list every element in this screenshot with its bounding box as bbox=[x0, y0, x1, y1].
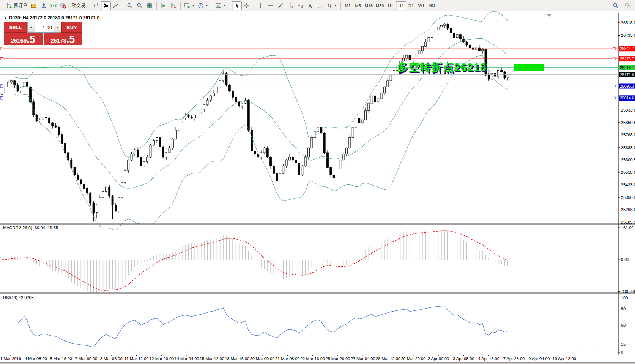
equidistant-channel-button[interactable]: E bbox=[285, 1, 295, 10]
svg-text:26171.0: 26171.0 bbox=[620, 72, 634, 77]
text-label-icon: T bbox=[317, 3, 323, 9]
chat-icon bbox=[625, 3, 631, 9]
tab-timeframe-mn[interactable]: MN bbox=[427, 1, 437, 10]
horizontal-lines[interactable] bbox=[0, 47, 618, 99]
svg-text:15 Mar 12:00: 15 Mar 12:00 bbox=[200, 356, 224, 361]
svg-text:0: 0 bbox=[621, 350, 623, 355]
templates-button[interactable]: ▼ bbox=[214, 1, 228, 10]
tile-windows-icon bbox=[147, 3, 153, 9]
line-chart-button[interactable] bbox=[111, 1, 121, 10]
svg-text:7 Apr 23:00: 7 Apr 23:00 bbox=[503, 356, 525, 361]
crosshair-icon bbox=[244, 3, 250, 9]
svg-text:15: 15 bbox=[621, 342, 626, 347]
trendline-icon bbox=[277, 3, 284, 9]
chart-canvas[interactable]: 26518.026433.025933.025850.525768.025683… bbox=[0, 11, 635, 364]
svg-text:8 Mar 08:00: 8 Mar 08:00 bbox=[100, 356, 123, 361]
rsi-axis: 1008050150 bbox=[618, 296, 628, 355]
chevron-down-icon: ▼ bbox=[192, 4, 195, 7]
cursor-icon bbox=[234, 3, 240, 9]
svg-text:26518.0: 26518.0 bbox=[621, 20, 635, 25]
horizontal-line-button[interactable] bbox=[266, 1, 276, 10]
collapse-arrow-icon[interactable]: ▲ bbox=[4, 16, 7, 20]
status-bar bbox=[0, 362, 635, 364]
macd-axis: 161.090.00-160.44 bbox=[618, 225, 635, 294]
auto-trading-button[interactable]: 自动交易 bbox=[58, 1, 87, 10]
search-button[interactable] bbox=[611, 1, 621, 10]
zoom-in-icon bbox=[127, 3, 133, 9]
tab-timeframe-h4[interactable]: H4 bbox=[396, 1, 406, 10]
svg-text:29 Mar 20:00: 29 Mar 20:00 bbox=[401, 356, 425, 361]
chart-title: ▲ DJ30-,H4 26172.0 26180.0 26171.0 26171… bbox=[4, 15, 99, 20]
text-label-button[interactable]: T bbox=[315, 1, 325, 10]
profile-button[interactable] bbox=[39, 1, 49, 10]
cursor-button[interactable] bbox=[232, 1, 242, 10]
volume-down-button[interactable]: ▼ bbox=[27, 22, 35, 33]
indicators-button[interactable]: ▼ bbox=[183, 1, 196, 10]
fibonacci-icon: F bbox=[297, 3, 303, 9]
trendline-button[interactable] bbox=[276, 1, 285, 10]
svg-text:1 Mar 2019: 1 Mar 2019 bbox=[0, 356, 21, 361]
chart-shift-icon bbox=[170, 3, 176, 9]
macd-histogram bbox=[2, 230, 508, 293]
auto-scroll-button[interactable] bbox=[159, 1, 169, 10]
fibonacci-button[interactable]: F bbox=[295, 1, 305, 10]
timeframe-group: M1M5M15M30H1H4D1W1MN bbox=[343, 1, 437, 10]
svg-text:25185.5: 25185.5 bbox=[621, 220, 635, 224]
periods-button[interactable]: ▼ bbox=[196, 1, 210, 10]
tile-windows-button[interactable] bbox=[145, 1, 154, 10]
zoom-in-button[interactable] bbox=[125, 1, 135, 10]
svg-text:7 Mar 00:00: 7 Mar 00:00 bbox=[75, 356, 98, 361]
svg-text:10 Apr 12:00: 10 Apr 12:00 bbox=[552, 356, 576, 361]
toolbar-separator bbox=[123, 2, 123, 10]
crosshair-button[interactable] bbox=[242, 1, 252, 10]
svg-text:26218.7: 26218.7 bbox=[620, 65, 634, 70]
zoom-out-button[interactable] bbox=[135, 1, 145, 10]
mail-icon bbox=[31, 3, 37, 9]
arrows-icon bbox=[326, 3, 332, 9]
svg-text:A: A bbox=[308, 3, 312, 8]
new-order-label: 新订单 bbox=[14, 2, 27, 9]
tab-timeframe-m15[interactable]: M15 bbox=[363, 1, 374, 10]
vertical-line-button[interactable] bbox=[256, 1, 266, 10]
tab-timeframe-m1[interactable]: M1 bbox=[343, 1, 353, 10]
svg-text:0.00: 0.00 bbox=[621, 257, 629, 262]
mail-button[interactable] bbox=[29, 1, 39, 10]
svg-text:26014.6: 26014.6 bbox=[620, 96, 634, 100]
new-order-button[interactable]: 新订单 bbox=[5, 1, 29, 10]
volume-input[interactable] bbox=[35, 22, 54, 33]
tab-timeframe-h1[interactable]: H1 bbox=[386, 1, 396, 10]
chat-button[interactable] bbox=[623, 1, 633, 10]
toolbar-grip[interactable] bbox=[2, 2, 3, 9]
arrows-button[interactable]: ▼ bbox=[325, 1, 339, 10]
auto-scroll-icon bbox=[161, 3, 167, 9]
buy-price[interactable]: 26178 .5 bbox=[44, 33, 82, 45]
search-icon bbox=[613, 3, 619, 9]
svg-text:25768.0: 25768.0 bbox=[621, 132, 635, 137]
text-button[interactable]: A bbox=[305, 1, 315, 10]
tab-timeframe-d1[interactable]: D1 bbox=[406, 1, 416, 10]
chart-shift-button[interactable] bbox=[169, 1, 178, 10]
tab-timeframe-m5[interactable]: M5 bbox=[353, 1, 363, 10]
toolbar-separator bbox=[156, 2, 157, 10]
sell-button[interactable]: SELL bbox=[4, 22, 27, 33]
zoom-out-icon bbox=[137, 3, 143, 9]
chart-shift-marker[interactable] bbox=[547, 14, 551, 17]
profile-icon bbox=[41, 3, 47, 9]
buy-button[interactable]: BUY bbox=[61, 22, 82, 33]
signal-button[interactable] bbox=[49, 1, 58, 10]
svg-text:T: T bbox=[319, 4, 321, 8]
sell-price[interactable]: 26169 .5 bbox=[4, 33, 43, 45]
toolbar-grip[interactable] bbox=[88, 2, 90, 9]
svg-text:25350.5: 25350.5 bbox=[621, 195, 635, 200]
svg-text:14 Mar 04:00: 14 Mar 04:00 bbox=[175, 356, 199, 361]
time-axis[interactable]: 1 Mar 20194 Mar 08:005 Mar 16:007 Mar 00… bbox=[0, 355, 576, 361]
signal-icon bbox=[50, 3, 57, 9]
tab-timeframe-m30[interactable]: M30 bbox=[374, 1, 385, 10]
svg-text:4 Apr 16:00: 4 Apr 16:00 bbox=[478, 356, 499, 361]
candlestick-chart-button[interactable] bbox=[101, 1, 111, 10]
tab-timeframe-w1[interactable]: W1 bbox=[416, 1, 427, 10]
bar-chart-button[interactable] bbox=[91, 1, 101, 10]
svg-text:20 Mar 00:00: 20 Mar 00:00 bbox=[250, 356, 275, 361]
volume-up-button[interactable]: ▲ bbox=[54, 22, 61, 33]
chevron-down-icon: ▼ bbox=[205, 4, 208, 7]
